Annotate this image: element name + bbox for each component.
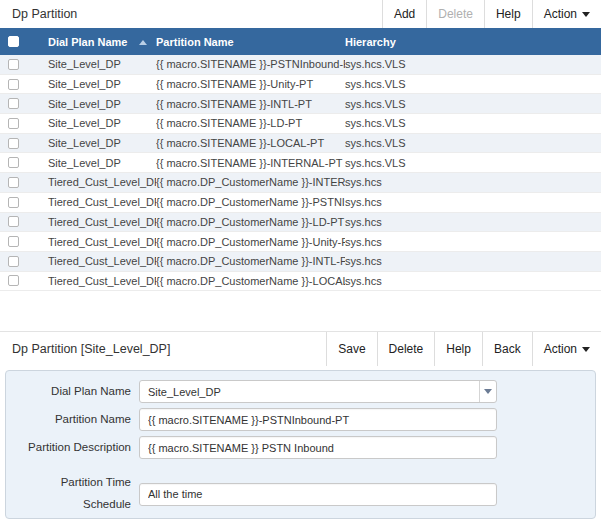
table-row[interactable]: Site_Level_DP {{ macro.SITENAME }}-LD-PT… (0, 114, 601, 134)
dial-plan-name-selected-value: Site_Level_DP (140, 386, 479, 398)
row-partition-name: {{ macro.SITENAME }}-LD-PT (156, 117, 345, 129)
help-button[interactable]: Help (484, 0, 532, 28)
row-hierarchy: sys.hcs.VLS (345, 157, 601, 169)
partition-time-schedule-input[interactable] (139, 483, 497, 506)
table-row[interactable]: Tiered_Cust_Level_DP {{ macro.DP_Custome… (0, 252, 601, 272)
help-button[interactable]: Help (434, 332, 482, 366)
delete-button[interactable]: Delete (377, 332, 435, 366)
header-checkbox-cell (0, 36, 40, 47)
partition-description-label: Partition Description (14, 437, 131, 459)
row-checkbox[interactable] (8, 236, 19, 247)
row-partition-name: {{ macro.SITENAME }}-PSTNInbound-PT (156, 58, 345, 70)
row-checkbox-cell (0, 59, 40, 70)
table-row[interactable]: Tiered_Cust_Level_DP {{ macro.DP_Custome… (0, 272, 601, 292)
partition-name-label: Partition Name (14, 409, 131, 431)
action-button-label: Action (544, 7, 577, 21)
row-partition-name: {{ macro.DP_CustomerName }}-PSTNInbound-… (156, 196, 345, 208)
row-checkbox-cell (0, 98, 40, 109)
action-button-label: Action (544, 342, 577, 356)
row-partition-name: {{ macro.DP_CustomerName }}-Unity-PT (156, 236, 345, 248)
dial-plan-name-select[interactable]: Site_Level_DP (139, 380, 497, 403)
partition-time-schedule-label: Partition Time Schedule (14, 472, 131, 516)
row-checkbox-cell (0, 256, 40, 267)
row-partition-name: {{ macro.SITENAME }}-INTERNAL-PT (156, 157, 345, 169)
row-checkbox[interactable] (8, 118, 19, 129)
row-checkbox[interactable] (8, 157, 19, 168)
column-header-hierarchy[interactable]: Hierarchy (345, 36, 601, 48)
row-partition-name: {{ macro.SITENAME }}-INTL-PT (156, 98, 345, 110)
table-body: Site_Level_DP {{ macro.SITENAME }}-PSTNI… (0, 55, 601, 291)
row-partition-name: {{ macro.DP_CustomerName }}-INTERNAL-PT (156, 176, 345, 188)
dropdown-caret-icon (484, 389, 492, 394)
field-row-partition-name: Partition Name (14, 408, 595, 431)
dp-partition-table: Dial Plan Name Partition Name Hierarchy … (0, 28, 601, 291)
row-partition-name: {{ macro.DP_CustomerName }}-INTL-PT (156, 255, 345, 267)
row-hierarchy: sys.hcs (345, 255, 601, 267)
partition-name-input[interactable] (139, 408, 497, 431)
table-row[interactable]: Site_Level_DP {{ macro.SITENAME }}-LOCAL… (0, 134, 601, 154)
row-checkbox[interactable] (8, 275, 19, 286)
row-dial-plan-name: Site_Level_DP (40, 157, 156, 169)
row-dial-plan-name: Site_Level_DP (40, 58, 156, 70)
row-checkbox-cell (0, 79, 40, 90)
row-partition-name: {{ macro.DP_CustomerName }}-LD-PT (156, 216, 345, 228)
row-checkbox[interactable] (8, 216, 19, 227)
row-checkbox-cell (0, 118, 40, 129)
save-button[interactable]: Save (326, 332, 376, 366)
row-checkbox[interactable] (8, 256, 19, 267)
row-partition-name: {{ macro.DP_CustomerName }}-LOCAL-PT (156, 275, 345, 287)
detail-toolbar-buttons: Save Delete Help Back Action (326, 332, 601, 366)
table-row[interactable]: Site_Level_DP {{ macro.SITENAME }}-PSTNI… (0, 55, 601, 75)
detail-panel-title: Dp Partition [Site_Level_DP] (0, 342, 170, 356)
partition-description-input[interactable] (139, 436, 497, 459)
detail-panel-toolbar: Dp Partition [Site_Level_DP] Save Delete… (0, 331, 601, 366)
field-row-partition-time-schedule: Partition Time Schedule (14, 472, 595, 516)
row-checkbox[interactable] (8, 197, 19, 208)
table-row[interactable]: Tiered_Cust_Level_DP {{ macro.DP_Custome… (0, 173, 601, 193)
add-button[interactable]: Add (382, 0, 426, 28)
row-checkbox[interactable] (8, 177, 19, 188)
row-dial-plan-name: Tiered_Cust_Level_DP (40, 275, 156, 287)
column-header-label: Partition Name (156, 36, 234, 48)
column-header-label: Dial Plan Name (48, 36, 127, 48)
select-all-checkbox[interactable] (8, 36, 19, 47)
row-checkbox-cell (0, 216, 40, 227)
row-checkbox-cell (0, 157, 40, 168)
action-button[interactable]: Action (532, 332, 601, 366)
back-button[interactable]: Back (482, 332, 532, 366)
row-checkbox[interactable] (8, 98, 19, 109)
table-row[interactable]: Tiered_Cust_Level_DP {{ macro.DP_Custome… (0, 232, 601, 252)
row-checkbox-cell (0, 275, 40, 286)
dial-plan-name-label: Dial Plan Name (14, 381, 131, 403)
row-hierarchy: sys.hcs.VLS (345, 137, 601, 149)
field-row-dial-plan-name: Dial Plan Name Site_Level_DP (14, 380, 595, 403)
row-hierarchy: sys.hcs (345, 196, 601, 208)
delete-button[interactable]: Delete (426, 0, 484, 28)
row-hierarchy: sys.hcs.VLS (345, 78, 601, 90)
column-header-partition-name[interactable]: Partition Name (156, 36, 345, 48)
select-caret-box (479, 381, 496, 402)
table-row[interactable]: Site_Level_DP {{ macro.SITENAME }}-Unity… (0, 75, 601, 95)
table-row[interactable]: Site_Level_DP {{ macro.SITENAME }}-INTL-… (0, 94, 601, 114)
list-toolbar-buttons: Add Delete Help Action (382, 0, 601, 28)
table-row[interactable]: Tiered_Cust_Level_DP {{ macro.DP_Custome… (0, 193, 601, 213)
row-hierarchy: sys.hcs (345, 236, 601, 248)
row-checkbox-cell (0, 236, 40, 247)
column-header-dial-plan-name[interactable]: Dial Plan Name (40, 36, 156, 48)
row-hierarchy: sys.hcs (345, 176, 601, 188)
table-row[interactable]: Site_Level_DP {{ macro.SITENAME }}-INTER… (0, 153, 601, 173)
table-row[interactable]: Tiered_Cust_Level_DP {{ macro.DP_Custome… (0, 213, 601, 233)
row-checkbox-cell (0, 177, 40, 188)
action-button[interactable]: Action (532, 0, 601, 28)
row-hierarchy: sys.hcs.VLS (345, 58, 601, 70)
row-dial-plan-name: Tiered_Cust_Level_DP (40, 255, 156, 267)
row-hierarchy: sys.hcs (345, 216, 601, 228)
row-checkbox[interactable] (8, 138, 19, 149)
row-checkbox[interactable] (8, 79, 19, 90)
chevron-down-icon (582, 347, 590, 352)
row-checkbox[interactable] (8, 59, 19, 70)
table-header-row: Dial Plan Name Partition Name Hierarchy (0, 28, 601, 55)
field-row-partition-description: Partition Description (14, 436, 595, 459)
row-hierarchy: sys.hcs.VLS (345, 117, 601, 129)
list-panel-title: Dp Partition (0, 7, 77, 21)
